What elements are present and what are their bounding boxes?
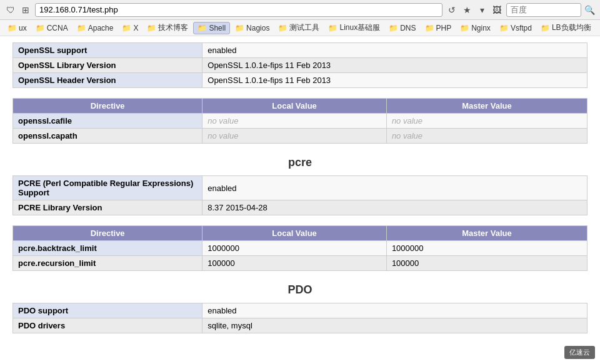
table-row: openssl.capath no value no value	[13, 129, 588, 144]
bookmark-label: Nginx	[471, 24, 491, 32]
bookmark-label: CCNA	[47, 24, 68, 32]
local-value: no value	[202, 114, 387, 129]
bookmark-label: Linux基础服	[339, 22, 380, 33]
shield-icon: 🛡	[5, 4, 16, 16]
star-icon[interactable]: ★	[461, 4, 472, 16]
browser-bar: 🛡 ⊞ ↺ ★ ▾ 🖼 🔍	[0, 0, 600, 20]
table-row: PCRE Library Version8.37 2015-04-28	[13, 200, 588, 215]
directive-name: openssl.cafile	[13, 114, 202, 129]
folder-icon: 📁	[8, 24, 17, 32]
table-row: OpenSSL Header VersionOpenSSL 1.0.1e-fip…	[13, 73, 588, 88]
folder-icon: 📁	[77, 24, 86, 32]
bookmark-X[interactable]: 📁X	[118, 22, 142, 34]
bookmark-Nagios[interactable]: 📁Nagios	[231, 22, 273, 34]
row-value: OpenSSL 1.0.1e-fips 11 Feb 2013	[202, 58, 588, 73]
bookmark-Linux基础服[interactable]: 📁Linux基础服	[324, 21, 384, 34]
bookmark-CCNA[interactable]: 📁CCNA	[32, 22, 72, 34]
master-value: no value	[386, 129, 587, 144]
bookmark-ux[interactable]: 📁ux	[4, 22, 31, 34]
row-label: PDO support	[13, 303, 202, 318]
col-local-value: Local Value	[202, 99, 387, 114]
bookmark-label: Shell	[209, 24, 226, 32]
table-row: PCRE (Perl Compatible Regular Expression…	[13, 176, 588, 200]
row-value: 8.37 2015-04-28	[202, 200, 588, 215]
table-row: PDO supportenabled	[13, 303, 588, 318]
master-value: no value	[386, 114, 587, 129]
table-row: OpenSSL supportenabled	[13, 43, 588, 58]
bookmarks-bar: 📁ux📁CCNA📁Apache📁X📁技术博客📁Shell📁Nagios📁测试工具…	[0, 20, 600, 36]
row-value: enabled	[202, 176, 588, 200]
table-row: OpenSSL Library VersionOpenSSL 1.0.1e-fi…	[13, 58, 588, 73]
col-master-value: Master Value	[386, 99, 587, 114]
refresh-icon[interactable]: ↺	[446, 4, 458, 16]
bookmark-PHP[interactable]: 📁PHP	[421, 22, 456, 34]
local-value: no value	[202, 129, 387, 144]
row-value: enabled	[202, 43, 588, 58]
folder-icon: 📁	[328, 24, 338, 32]
search-icon[interactable]: 🔍	[584, 4, 595, 16]
bookmark-label: DNS	[400, 24, 416, 32]
row-label: PCRE (Perl Compatible Regular Expression…	[13, 176, 202, 200]
directive-table-openssl: Directive Local Value Master Value opens…	[12, 98, 588, 144]
url-input[interactable]	[35, 3, 442, 17]
bookmark-技术博客[interactable]: 📁技术博客	[143, 21, 192, 34]
row-label: OpenSSL Library Version	[13, 58, 202, 73]
col-directive: Directive	[13, 99, 202, 114]
folder-icon: 📁	[235, 24, 244, 32]
col-master-value: Master Value	[386, 226, 587, 241]
bookmark-label: PHP	[436, 24, 452, 32]
section-title-pcre: pcre	[12, 156, 588, 169]
bookmark-label: Apache	[88, 24, 114, 32]
bookmark-Shell[interactable]: 📁Shell	[193, 22, 230, 34]
folder-icon: 📁	[122, 24, 131, 32]
dropdown-icon[interactable]: ▾	[476, 4, 488, 16]
section-title-pdo: PDO	[12, 283, 588, 297]
master-value: 1000000	[386, 241, 587, 256]
grid-icon: ⊞	[20, 4, 31, 16]
bookmark-LB负载均衡[interactable]: 📁LB负载均衡	[537, 21, 595, 34]
photo-icon: 🖼	[491, 4, 502, 16]
folder-icon: 📁	[541, 24, 550, 32]
search-bar: 🔍	[506, 3, 595, 17]
info-table-pdo: PDO supportenabledPDO driverssqlite, mys…	[12, 303, 588, 333]
row-label: PDO drivers	[13, 318, 202, 333]
local-value: 1000000	[202, 241, 387, 256]
folder-icon: 📁	[198, 24, 207, 32]
row-label: OpenSSL support	[13, 43, 202, 58]
info-table-openssl: OpenSSL supportenabledOpenSSL Library Ve…	[12, 42, 588, 88]
folder-icon: 📁	[389, 24, 398, 32]
bookmark-Apache[interactable]: 📁Apache	[73, 22, 118, 34]
bookmark-label: Nagios	[246, 24, 269, 32]
page-content: OpenSSL supportenabledOpenSSL Library Ve…	[0, 36, 600, 364]
bookmark-测试工具[interactable]: 📁测试工具	[274, 21, 323, 34]
bookmark-label: 技术博客	[158, 22, 188, 33]
table-row: PDO driverssqlite, mysql	[13, 318, 588, 333]
bookmark-label: X	[133, 24, 138, 32]
bookmark-Nginx[interactable]: 📁Nginx	[456, 22, 494, 34]
bookmark-label: ux	[19, 24, 27, 32]
row-value: enabled	[202, 303, 588, 318]
row-value: OpenSSL 1.0.1e-fips 11 Feb 2013	[202, 73, 588, 88]
row-value: sqlite, mysql	[202, 318, 588, 333]
folder-icon: 📁	[425, 24, 434, 32]
bookmark-label: 测试工具	[289, 22, 319, 33]
folder-icon: 📁	[147, 24, 156, 32]
directive-name: pcre.recursion_limit	[13, 256, 202, 271]
master-value: 100000	[386, 256, 587, 271]
col-directive: Directive	[13, 226, 202, 241]
info-table-pcre: PCRE (Perl Compatible Regular Expression…	[12, 175, 588, 215]
watermark-badge: 亿速云	[564, 346, 595, 359]
table-row: openssl.cafile no value no value	[13, 114, 588, 129]
bookmark-Vsftpd[interactable]: 📁Vsftpd	[496, 22, 536, 34]
bookmark-label: LB负载均衡	[552, 22, 591, 33]
row-label: OpenSSL Header Version	[13, 73, 202, 88]
folder-icon: 📁	[36, 24, 45, 32]
col-local-value: Local Value	[202, 226, 387, 241]
bookmark-DNS[interactable]: 📁DNS	[385, 22, 419, 34]
directive-table-pcre: Directive Local Value Master Value pcre.…	[12, 225, 588, 271]
bookmark-label: Vsftpd	[511, 24, 532, 32]
local-value: 100000	[202, 256, 387, 271]
search-input[interactable]	[506, 3, 581, 17]
folder-icon: 📁	[499, 24, 509, 32]
table-row: pcre.recursion_limit 100000 100000	[13, 256, 588, 271]
